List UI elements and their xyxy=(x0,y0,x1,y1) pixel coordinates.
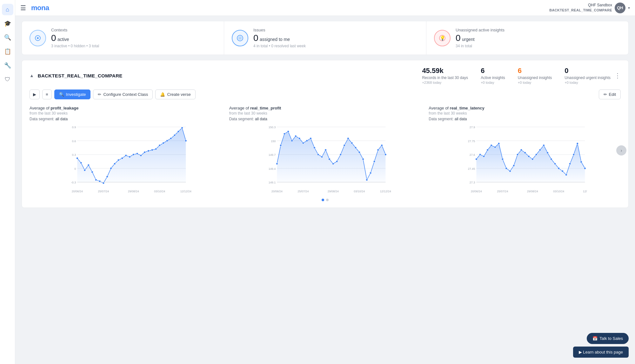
menu-icon[interactable]: ☰ xyxy=(20,4,26,12)
stat-unassigned-value: 6 xyxy=(518,67,552,75)
learn-about-page-button[interactable]: ▶ Learn about this page xyxy=(573,347,629,358)
chart-real_time_profit: Average of real_time_profitfrom the last… xyxy=(229,106,421,195)
create-verse-button[interactable]: 🔔 Create verse xyxy=(155,89,195,99)
dot-1[interactable] xyxy=(322,199,324,201)
svg-point-120 xyxy=(517,154,518,156)
insights-sub: 34 in total xyxy=(456,44,505,48)
issues-icon xyxy=(232,30,248,46)
svg-point-19 xyxy=(84,169,86,171)
svg-point-74 xyxy=(317,154,319,156)
stat-unassigned-today: +0 today xyxy=(518,81,552,84)
context-stat-active: 6 Active insights +0 today xyxy=(481,67,505,84)
svg-point-27 xyxy=(114,163,116,165)
chart-profit_leakage: Average of profit_leakagefrom the last 3… xyxy=(30,106,222,195)
sidebar-item-tools[interactable]: 🔧 xyxy=(2,60,13,71)
svg-text:03/10/24: 03/10/24 xyxy=(553,190,565,193)
toolbar: ▶ ≡ 🔍 Investigate ✏ Configure Context Cl… xyxy=(30,89,621,99)
context-collapse-icon[interactable]: ▲ xyxy=(30,73,34,78)
play-button[interactable]: ▶ xyxy=(30,89,40,99)
sidebar-item-shield[interactable]: 🛡 xyxy=(2,74,13,85)
avatar[interactable]: QH xyxy=(615,3,625,13)
stat-records-value: 45.59k xyxy=(422,67,468,75)
main-area: ☰ mona QHF Sandbox BACKTEST_REAL_TIME_CO… xyxy=(15,0,635,364)
svg-point-34 xyxy=(140,155,142,156)
sidebar-item-home[interactable]: ⌂ xyxy=(2,4,13,15)
contexts-sub: 3 inactive • 0 hidden • 3 total xyxy=(51,44,99,48)
chart-subtitle-2: from the last 30 weeks xyxy=(429,111,621,116)
svg-point-29 xyxy=(121,157,123,159)
svg-point-131 xyxy=(558,168,560,169)
talk-icon: 📅 xyxy=(592,336,598,341)
svg-point-113 xyxy=(491,144,492,146)
sidebar-item-list[interactable]: 📋 xyxy=(2,46,13,57)
configure-button[interactable]: ✏ Configure Context Class xyxy=(93,89,153,99)
edit-button[interactable]: ✏ Edit xyxy=(599,89,621,99)
svg-point-43 xyxy=(174,134,176,136)
svg-point-23 xyxy=(99,180,101,182)
context-stat-urgent: 0 Unassigned urgent insights +0 today xyxy=(565,67,611,84)
sidebar-item-learn[interactable]: 🎓 xyxy=(2,18,13,29)
svg-point-36 xyxy=(147,150,149,152)
svg-point-63 xyxy=(276,163,278,165)
svg-point-134 xyxy=(569,163,571,165)
stat-urgent-today: +0 today xyxy=(565,81,611,84)
svg-point-77 xyxy=(328,158,330,160)
svg-text:149.1: 149.1 xyxy=(268,181,276,184)
svg-point-42 xyxy=(170,137,172,139)
topbar-chevron-icon[interactable]: ▾ xyxy=(628,6,630,10)
svg-text:27.45: 27.45 xyxy=(468,167,475,170)
svg-point-133 xyxy=(565,174,567,176)
charts-nav-next[interactable]: › xyxy=(616,145,626,156)
svg-text:03/10/24: 03/10/24 xyxy=(154,190,165,193)
contexts-icon xyxy=(30,30,46,46)
chart-svg-1: 150.3150149.7149.4149.120/06/2425/07/242… xyxy=(229,124,421,194)
context-header: ▲ BACKTEST_REAL_TIME_COMPARE 45.59k Reco… xyxy=(30,67,621,84)
svg-text:03/10/24: 03/10/24 xyxy=(354,190,365,193)
svg-point-119 xyxy=(513,165,515,167)
svg-point-17 xyxy=(76,157,78,159)
svg-point-86 xyxy=(362,158,364,160)
svg-text:20/06/24: 20/06/24 xyxy=(471,190,482,193)
chart-segment-2: Data segment: all data xyxy=(429,117,621,121)
contexts-number: 0 xyxy=(51,33,56,43)
investigate-button[interactable]: 🔍 Investigate xyxy=(54,89,91,99)
chart-svg-2: 27.927.7527.627.4527.320/06/2425/07/2429… xyxy=(429,124,621,194)
dot-2[interactable] xyxy=(326,199,329,201)
issues-body: Issues 0 assigned to me 4 in total • 0 r… xyxy=(253,28,306,48)
topbar-context: BACKTEST_REAL_TIME_COMPARE xyxy=(549,8,612,13)
svg-point-71 xyxy=(306,140,308,142)
context-stats: 45.59k Records in the last 30 days +2368… xyxy=(422,67,611,84)
contexts-type: Contexts xyxy=(51,28,99,32)
context-menu-icon[interactable]: ⋮ xyxy=(614,72,621,79)
svg-text:-0.3: -0.3 xyxy=(71,181,76,184)
chart-subtitle-0: from the last 30 weeks xyxy=(30,111,222,116)
sidebar-item-search[interactable]: 🔍 xyxy=(2,32,13,43)
svg-point-24 xyxy=(103,182,104,184)
svg-point-92 xyxy=(384,154,386,156)
issues-label: assigned to me xyxy=(260,37,290,42)
svg-point-137 xyxy=(580,161,582,163)
stat-records-label: Records in the last 30 days xyxy=(422,76,468,80)
svg-point-33 xyxy=(136,153,138,155)
svg-point-72 xyxy=(310,137,311,139)
talk-to-sales-button[interactable]: 📅 Talk to Sales xyxy=(587,333,629,344)
insights-card: 💡 Unassigned active insights 0 urgent 34… xyxy=(426,21,628,55)
svg-point-76 xyxy=(324,149,326,151)
svg-point-114 xyxy=(494,146,496,148)
svg-text:20/06/24: 20/06/24 xyxy=(72,190,83,193)
svg-point-124 xyxy=(532,158,534,160)
filter-button[interactable]: ≡ xyxy=(42,89,52,99)
svg-text:12/12/24: 12/12/24 xyxy=(380,190,391,193)
insights-body: Unassigned active insights 0 urgent 34 i… xyxy=(456,28,505,48)
svg-text:27.6: 27.6 xyxy=(470,153,475,156)
svg-point-116 xyxy=(502,158,504,160)
svg-point-109 xyxy=(476,158,478,160)
charts-container: Average of profit_leakagefrom the last 3… xyxy=(30,106,621,195)
svg-point-75 xyxy=(321,156,323,158)
topbar-right: QHF Sandbox BACKTEST_REAL_TIME_COMPARE Q… xyxy=(549,3,630,13)
svg-text:20/06/24: 20/06/24 xyxy=(271,190,282,193)
svg-point-1 xyxy=(37,37,39,39)
svg-point-28 xyxy=(117,159,119,161)
svg-text:150.3: 150.3 xyxy=(268,126,276,129)
svg-point-123 xyxy=(528,156,530,157)
